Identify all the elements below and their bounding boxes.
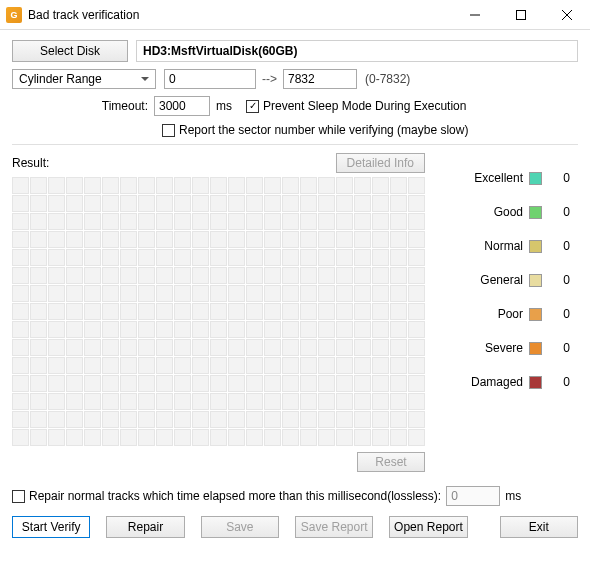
grid-cell [48, 231, 65, 248]
grid-cell [138, 285, 155, 302]
grid-cell [84, 249, 101, 266]
repair-tracks-checkbox[interactable]: Repair normal tracks which time elapsed … [12, 489, 441, 503]
grid-cell [300, 249, 317, 266]
grid-cell [138, 195, 155, 212]
legend-row: Normal0 [437, 239, 570, 253]
grid-cell [264, 285, 281, 302]
legend-count: 0 [556, 273, 570, 287]
grid-cell [336, 411, 353, 428]
detailed-info-button[interactable]: Detailed Info [336, 153, 425, 173]
grid-cell [318, 195, 335, 212]
grid-cell [138, 249, 155, 266]
close-button[interactable] [544, 0, 590, 30]
prevent-sleep-checkbox[interactable]: Prevent Sleep Mode During Execution [246, 99, 466, 113]
grid-cell [354, 285, 371, 302]
grid-cell [30, 177, 47, 194]
grid-cell [84, 195, 101, 212]
grid-cell [120, 213, 137, 230]
grid-cell [138, 393, 155, 410]
grid-cell [84, 303, 101, 320]
grid-cell [84, 339, 101, 356]
grid-cell [66, 267, 83, 284]
grid-cell [336, 231, 353, 248]
grid-cell [228, 249, 245, 266]
repair-threshold-input[interactable] [446, 486, 500, 506]
grid-cell [300, 411, 317, 428]
grid-cell [336, 375, 353, 392]
grid-cell [210, 321, 227, 338]
grid-cell [30, 357, 47, 374]
grid-cell [408, 213, 425, 230]
grid-cell [48, 393, 65, 410]
grid-cell [318, 339, 335, 356]
legend-label: General [480, 273, 523, 287]
grid-cell [408, 303, 425, 320]
grid-cell [408, 411, 425, 428]
grid-cell [390, 285, 407, 302]
timeout-unit: ms [216, 99, 232, 113]
grid-cell [120, 429, 137, 446]
grid-cell [192, 339, 209, 356]
grid-cell [264, 411, 281, 428]
grid-cell [282, 375, 299, 392]
report-sector-checkbox[interactable]: Report the sector number while verifying… [162, 123, 468, 137]
grid-cell [228, 231, 245, 248]
grid-cell [30, 321, 47, 338]
legend-row: Severe0 [437, 341, 570, 355]
grid-cell [300, 357, 317, 374]
cylinder-to-input[interactable] [283, 69, 357, 89]
grid-cell [174, 375, 191, 392]
grid-cell [408, 393, 425, 410]
checkbox-icon [12, 490, 25, 503]
grid-cell [246, 285, 263, 302]
start-verify-button[interactable]: Start Verify [12, 516, 90, 538]
grid-cell [210, 411, 227, 428]
maximize-button[interactable] [498, 0, 544, 30]
grid-cell [192, 231, 209, 248]
grid-cell [390, 393, 407, 410]
grid-cell [66, 303, 83, 320]
save-button[interactable]: Save [201, 516, 279, 538]
grid-cell [192, 213, 209, 230]
grid-cell [408, 249, 425, 266]
grid-cell [228, 339, 245, 356]
grid-cell [228, 303, 245, 320]
grid-cell [228, 195, 245, 212]
grid-cell [336, 285, 353, 302]
reset-button[interactable]: Reset [357, 452, 425, 472]
grid-cell [210, 339, 227, 356]
grid-cell [354, 321, 371, 338]
grid-cell [372, 375, 389, 392]
save-report-button[interactable]: Save Report [295, 516, 373, 538]
grid-cell [66, 393, 83, 410]
grid-cell [102, 267, 119, 284]
grid-cell [336, 321, 353, 338]
grid-cell [228, 357, 245, 374]
grid-cell [318, 285, 335, 302]
grid-cell [156, 303, 173, 320]
grid-cell [354, 357, 371, 374]
cylinder-range-select[interactable]: Cylinder Range [12, 69, 156, 89]
open-report-button[interactable]: Open Report [389, 516, 467, 538]
grid-cell [102, 231, 119, 248]
select-disk-button[interactable]: Select Disk [12, 40, 128, 62]
grid-cell [210, 429, 227, 446]
timeout-input[interactable] [154, 96, 210, 116]
grid-cell [120, 375, 137, 392]
grid-cell [102, 213, 119, 230]
grid-cell [264, 393, 281, 410]
grid-cell [138, 357, 155, 374]
grid-cell [336, 429, 353, 446]
legend-label: Damaged [471, 375, 523, 389]
cylinder-from-input[interactable] [164, 69, 256, 89]
exit-button[interactable]: Exit [500, 516, 578, 538]
grid-cell [264, 249, 281, 266]
minimize-button[interactable] [452, 0, 498, 30]
legend-swatch [529, 172, 542, 185]
grid-cell [156, 321, 173, 338]
grid-cell [300, 213, 317, 230]
grid-cell [336, 339, 353, 356]
grid-cell [210, 285, 227, 302]
repair-button[interactable]: Repair [106, 516, 184, 538]
grid-cell [66, 249, 83, 266]
